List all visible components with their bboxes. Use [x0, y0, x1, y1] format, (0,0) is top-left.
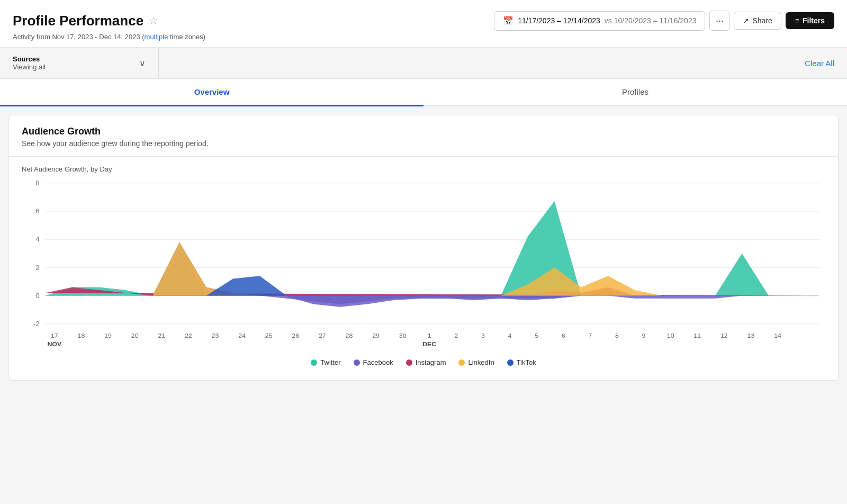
- share-icon: ↗: [743, 16, 749, 25]
- tab-overview[interactable]: Overview: [0, 79, 424, 106]
- sources-bar: Sources Viewing all ∨ Clear All: [0, 48, 847, 79]
- svg-text:17: 17: [51, 332, 58, 340]
- tiktok-color-dot: [507, 359, 513, 366]
- legend-instagram: Instagram: [406, 358, 446, 366]
- svg-text:21: 21: [158, 332, 165, 340]
- facebook-label: Facebook: [363, 358, 393, 366]
- header-controls: 📅 11/17/2023 – 12/14/2023 vs 10/20/2023 …: [494, 11, 834, 31]
- legend-tiktok: TikTok: [507, 358, 536, 366]
- main-content: Audience Growth See how your audience gr…: [0, 115, 847, 381]
- svg-text:20: 20: [131, 332, 139, 340]
- filters-button[interactable]: ≡ Filters: [786, 12, 834, 29]
- viewing-all: Viewing all: [13, 63, 139, 71]
- chart-subtitle: See how your audience grew during the re…: [22, 139, 825, 148]
- tiktok-label: TikTok: [517, 358, 536, 366]
- more-icon: ···: [716, 15, 724, 26]
- legend-twitter: Twitter: [311, 358, 340, 366]
- svg-text:2: 2: [454, 332, 458, 340]
- legend-facebook: Facebook: [354, 358, 393, 366]
- linkedin-label: LinkedIn: [468, 358, 494, 366]
- twitter-label: Twitter: [320, 358, 340, 366]
- svg-text:30: 30: [399, 332, 407, 340]
- svg-text:6: 6: [35, 207, 40, 215]
- svg-text:7: 7: [588, 332, 592, 340]
- subtitle: Activity from Nov 17, 2023 - Dec 14, 202…: [13, 33, 834, 41]
- svg-text:0: 0: [35, 292, 40, 300]
- svg-text:8: 8: [35, 179, 40, 187]
- linkedin-color-dot: [458, 359, 465, 366]
- title-group: Profile Performance ☆: [13, 13, 158, 29]
- share-button[interactable]: ↗ Share: [734, 12, 781, 30]
- filters-icon: ≡: [795, 16, 799, 25]
- svg-text:18: 18: [78, 332, 85, 340]
- instagram-color-dot: [406, 359, 412, 366]
- svg-text:22: 22: [185, 332, 192, 340]
- multiple-link[interactable]: multiple: [145, 33, 168, 41]
- share-label: Share: [752, 16, 772, 25]
- svg-text:8: 8: [615, 332, 619, 340]
- svg-text:9: 9: [642, 332, 646, 340]
- star-icon[interactable]: ☆: [149, 14, 158, 27]
- twitter-color-dot: [311, 359, 317, 366]
- chart-y-label: Net Audience Growth, by Day: [22, 165, 825, 173]
- tabs-row: Overview Profiles: [0, 79, 847, 106]
- svg-text:12: 12: [720, 332, 728, 340]
- svg-text:5: 5: [535, 332, 538, 340]
- calendar-icon: 📅: [503, 16, 513, 26]
- page-title: Profile Performance: [13, 13, 143, 29]
- chart-header: Audience Growth See how your audience gr…: [9, 115, 838, 157]
- filters-label: Filters: [803, 16, 825, 25]
- svg-text:4: 4: [35, 236, 40, 244]
- svg-text:24: 24: [238, 332, 246, 340]
- svg-text:28: 28: [346, 332, 353, 340]
- svg-text:6: 6: [562, 332, 565, 340]
- sources-left: Sources Viewing all ∨: [0, 48, 159, 78]
- chart-legend: Twitter Facebook Instagram LinkedIn TikT…: [22, 352, 825, 375]
- instagram-label: Instagram: [416, 358, 446, 366]
- date-range-button[interactable]: 📅 11/17/2023 – 12/14/2023 vs 10/20/2023 …: [494, 11, 705, 31]
- audience-growth-card: Audience Growth See how your audience gr…: [8, 115, 839, 381]
- date-range-main: 11/17/2023 – 12/14/2023: [518, 16, 600, 25]
- svg-text:3: 3: [481, 332, 485, 340]
- svg-text:26: 26: [292, 332, 299, 340]
- svg-text:-2: -2: [33, 320, 40, 328]
- svg-text:11: 11: [693, 332, 701, 340]
- svg-text:25: 25: [265, 332, 273, 340]
- date-range-vs: vs 10/20/2023 – 11/16/2023: [605, 16, 697, 25]
- chart-area: 8 6 4 2 0 -2: [22, 177, 825, 352]
- svg-text:1: 1: [428, 332, 431, 340]
- svg-text:14: 14: [774, 332, 781, 340]
- chart-svg: 8 6 4 2 0 -2: [22, 177, 825, 352]
- tab-profiles[interactable]: Profiles: [424, 79, 847, 106]
- svg-text:13: 13: [747, 332, 755, 340]
- svg-text:23: 23: [212, 332, 219, 340]
- sources-label-group: Sources Viewing all: [13, 55, 139, 71]
- svg-text:NOV: NOV: [47, 341, 61, 348]
- header-top: Profile Performance ☆ 📅 11/17/2023 – 12/…: [13, 11, 834, 31]
- chart-body: Net Audience Growth, by Day 8 6 4 2 0: [9, 157, 838, 380]
- svg-text:DEC: DEC: [422, 341, 436, 348]
- svg-text:27: 27: [319, 332, 326, 340]
- clear-all-button[interactable]: Clear All: [792, 51, 847, 75]
- legend-linkedin: LinkedIn: [458, 358, 494, 366]
- facebook-color-dot: [354, 359, 360, 366]
- more-button[interactable]: ···: [709, 11, 729, 31]
- chart-title: Audience Growth: [22, 126, 825, 137]
- sources-label: Sources: [13, 55, 139, 63]
- svg-text:2: 2: [35, 264, 40, 272]
- svg-text:4: 4: [508, 332, 512, 340]
- header-section: Profile Performance ☆ 📅 11/17/2023 – 12/…: [0, 0, 847, 48]
- svg-text:19: 19: [104, 332, 112, 340]
- chevron-down-icon[interactable]: ∨: [139, 58, 146, 68]
- svg-text:10: 10: [667, 332, 674, 340]
- svg-text:29: 29: [372, 332, 380, 340]
